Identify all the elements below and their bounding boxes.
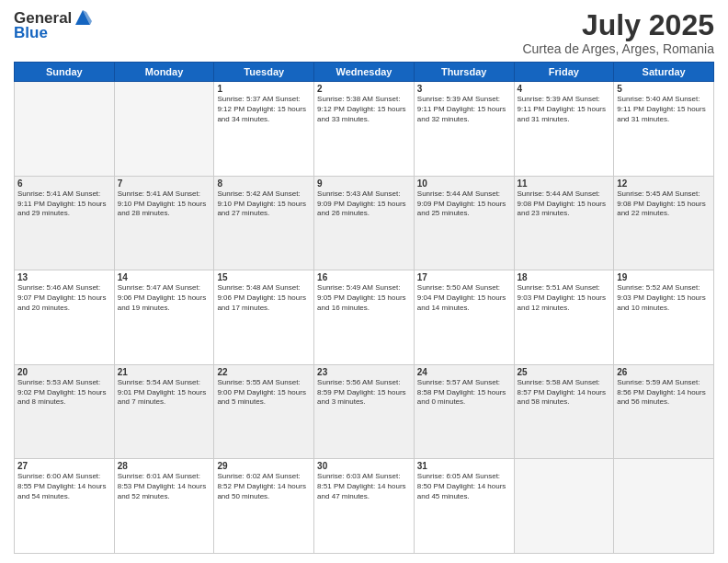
day-info: Sunrise: 6:03 AM Sunset: 8:51 PM Dayligh… (317, 472, 411, 501)
day-info: Sunrise: 5:45 AM Sunset: 9:08 PM Dayligh… (617, 190, 711, 219)
table-row: 28Sunrise: 6:01 AM Sunset: 8:53 PM Dayli… (114, 459, 214, 554)
day-number: 8 (217, 178, 311, 189)
day-number: 22 (217, 367, 311, 377)
day-number: 30 (317, 461, 411, 471)
day-info: Sunrise: 5:51 AM Sunset: 9:03 PM Dayligh… (518, 283, 611, 313)
table-row: 7Sunrise: 5:41 AM Sunset: 9:10 PM Daylig… (114, 176, 214, 270)
day-number: 10 (417, 178, 511, 189)
day-number: 9 (317, 178, 411, 189)
day-number: 27 (17, 461, 111, 471)
table-row: 21Sunrise: 5:54 AM Sunset: 9:01 PM Dayli… (114, 364, 214, 459)
table-row (614, 459, 714, 554)
day-number: 11 (518, 178, 611, 189)
day-number: 29 (217, 461, 311, 471)
table-row: 4Sunrise: 5:39 AM Sunset: 9:11 PM Daylig… (514, 82, 614, 177)
day-info: Sunrise: 5:41 AM Sunset: 9:11 PM Dayligh… (17, 190, 111, 219)
calendar-header-row: Sunday Monday Tuesday Wednesday Thursday… (15, 63, 714, 82)
header-saturday: Saturday (614, 63, 714, 82)
day-number: 23 (317, 367, 411, 377)
table-row: 1Sunrise: 5:37 AM Sunset: 9:12 PM Daylig… (214, 82, 314, 177)
table-row: 11Sunrise: 5:44 AM Sunset: 9:08 PM Dayli… (514, 176, 614, 270)
day-info: Sunrise: 5:39 AM Sunset: 9:11 PM Dayligh… (518, 95, 611, 124)
day-info: Sunrise: 5:50 AM Sunset: 9:04 PM Dayligh… (417, 283, 511, 313)
table-row: 2Sunrise: 5:38 AM Sunset: 9:12 PM Daylig… (314, 82, 415, 177)
table-row: 16Sunrise: 5:49 AM Sunset: 9:05 PM Dayli… (314, 270, 415, 365)
day-info: Sunrise: 5:42 AM Sunset: 9:10 PM Dayligh… (217, 190, 311, 219)
day-number: 7 (118, 178, 211, 189)
day-info: Sunrise: 5:57 AM Sunset: 8:58 PM Dayligh… (417, 378, 511, 408)
header-tuesday: Tuesday (214, 63, 314, 82)
day-info: Sunrise: 5:48 AM Sunset: 9:06 PM Dayligh… (217, 283, 311, 313)
day-number: 3 (417, 84, 511, 94)
day-info: Sunrise: 5:55 AM Sunset: 9:00 PM Dayligh… (217, 378, 311, 408)
table-row (114, 82, 214, 177)
page: General Blue July 2025 Curtea de Arges, … (0, 0, 728, 563)
day-info: Sunrise: 5:44 AM Sunset: 9:08 PM Dayligh… (518, 190, 611, 219)
day-number: 4 (518, 84, 611, 94)
table-row: 26Sunrise: 5:59 AM Sunset: 8:56 PM Dayli… (614, 364, 714, 459)
table-row: 20Sunrise: 5:53 AM Sunset: 9:02 PM Dayli… (15, 364, 115, 459)
calendar-week-row: 6Sunrise: 5:41 AM Sunset: 9:11 PM Daylig… (15, 176, 714, 270)
table-row: 10Sunrise: 5:44 AM Sunset: 9:09 PM Dayli… (414, 176, 514, 270)
table-row: 23Sunrise: 5:56 AM Sunset: 8:59 PM Dayli… (314, 364, 415, 459)
day-info: Sunrise: 6:02 AM Sunset: 8:52 PM Dayligh… (217, 472, 311, 501)
table-row: 29Sunrise: 6:02 AM Sunset: 8:52 PM Dayli… (214, 459, 314, 554)
day-number: 26 (617, 367, 711, 377)
day-info: Sunrise: 5:53 AM Sunset: 9:02 PM Dayligh… (17, 378, 111, 408)
table-row: 24Sunrise: 5:57 AM Sunset: 8:58 PM Dayli… (414, 364, 514, 459)
table-row (15, 82, 115, 177)
table-row: 31Sunrise: 6:05 AM Sunset: 8:50 PM Dayli… (414, 459, 514, 554)
day-info: Sunrise: 5:39 AM Sunset: 9:11 PM Dayligh… (417, 95, 511, 124)
header-monday: Monday (114, 63, 214, 82)
table-row: 30Sunrise: 6:03 AM Sunset: 8:51 PM Dayli… (314, 459, 415, 554)
day-number: 13 (17, 272, 111, 282)
day-info: Sunrise: 5:37 AM Sunset: 9:12 PM Dayligh… (217, 95, 311, 124)
calendar-week-row: 27Sunrise: 6:00 AM Sunset: 8:55 PM Dayli… (15, 459, 714, 554)
day-number: 1 (217, 84, 311, 94)
table-row: 6Sunrise: 5:41 AM Sunset: 9:11 PM Daylig… (15, 176, 115, 270)
header-friday: Friday (514, 63, 614, 82)
table-row: 12Sunrise: 5:45 AM Sunset: 9:08 PM Dayli… (614, 176, 714, 270)
day-number: 25 (518, 367, 611, 377)
day-info: Sunrise: 5:41 AM Sunset: 9:10 PM Dayligh… (118, 190, 211, 219)
table-row: 18Sunrise: 5:51 AM Sunset: 9:03 PM Dayli… (514, 270, 614, 365)
table-row: 9Sunrise: 5:43 AM Sunset: 9:09 PM Daylig… (314, 176, 415, 270)
table-row: 8Sunrise: 5:42 AM Sunset: 9:10 PM Daylig… (214, 176, 314, 270)
day-number: 20 (17, 367, 111, 377)
table-row: 3Sunrise: 5:39 AM Sunset: 9:11 PM Daylig… (414, 82, 514, 177)
day-number: 12 (617, 178, 711, 189)
calendar-table: Sunday Monday Tuesday Wednesday Thursday… (14, 62, 714, 554)
table-row: 22Sunrise: 5:55 AM Sunset: 9:00 PM Dayli… (214, 364, 314, 459)
header-sunday: Sunday (15, 63, 115, 82)
day-info: Sunrise: 5:54 AM Sunset: 9:01 PM Dayligh… (118, 378, 211, 408)
day-info: Sunrise: 5:49 AM Sunset: 9:05 PM Dayligh… (317, 283, 411, 313)
day-info: Sunrise: 5:52 AM Sunset: 9:03 PM Dayligh… (617, 283, 711, 313)
table-row: 14Sunrise: 5:47 AM Sunset: 9:06 PM Dayli… (114, 270, 214, 365)
day-number: 17 (417, 272, 511, 282)
day-info: Sunrise: 6:05 AM Sunset: 8:50 PM Dayligh… (417, 472, 511, 501)
calendar-subtitle: Curtea de Arges, Arges, Romania (522, 41, 714, 56)
header-wednesday: Wednesday (314, 63, 415, 82)
calendar-week-row: 20Sunrise: 5:53 AM Sunset: 9:02 PM Dayli… (15, 364, 714, 459)
day-number: 15 (217, 272, 311, 282)
logo-icon (74, 8, 92, 27)
table-row: 25Sunrise: 5:58 AM Sunset: 8:57 PM Dayli… (514, 364, 614, 459)
calendar-week-row: 1Sunrise: 5:37 AM Sunset: 9:12 PM Daylig… (15, 82, 714, 177)
calendar-week-row: 13Sunrise: 5:46 AM Sunset: 9:07 PM Dayli… (15, 270, 714, 365)
calendar-title: July 2025 (522, 9, 714, 41)
title-block: July 2025 Curtea de Arges, Arges, Romani… (522, 9, 714, 56)
day-info: Sunrise: 5:56 AM Sunset: 8:59 PM Dayligh… (317, 378, 411, 408)
day-number: 2 (317, 84, 411, 94)
table-row (514, 459, 614, 554)
day-info: Sunrise: 5:38 AM Sunset: 9:12 PM Dayligh… (317, 95, 411, 124)
day-number: 19 (617, 272, 711, 282)
day-number: 6 (17, 178, 111, 189)
day-info: Sunrise: 5:43 AM Sunset: 9:09 PM Dayligh… (317, 190, 411, 219)
table-row: 19Sunrise: 5:52 AM Sunset: 9:03 PM Dayli… (614, 270, 714, 365)
day-info: Sunrise: 5:44 AM Sunset: 9:09 PM Dayligh… (417, 190, 511, 219)
day-number: 18 (518, 272, 611, 282)
day-info: Sunrise: 5:58 AM Sunset: 8:57 PM Dayligh… (518, 378, 611, 408)
day-info: Sunrise: 6:01 AM Sunset: 8:53 PM Dayligh… (118, 472, 211, 501)
day-number: 31 (417, 461, 511, 471)
table-row: 15Sunrise: 5:48 AM Sunset: 9:06 PM Dayli… (214, 270, 314, 365)
